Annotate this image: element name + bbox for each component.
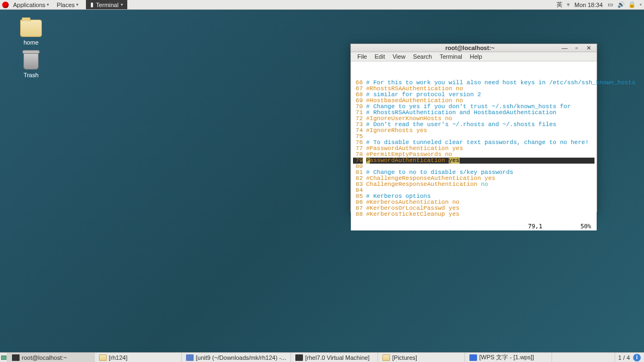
wps-icon: [469, 354, 477, 361]
icon-label: Trash: [12, 72, 50, 78]
term-icon: [12, 354, 20, 361]
taskbar-task[interactable]: [Pictures]: [378, 353, 465, 362]
terminal-window: root@localhost:~ — ▫ ✕ FileEditViewSearc…: [350, 43, 597, 212]
task-label: [rh124]: [109, 354, 127, 361]
menu-view[interactable]: View: [389, 52, 409, 61]
taskbar-task[interactable]: root@localhost:~: [8, 353, 95, 362]
terminal-line: 88#KerberosTicketCleanup yes: [353, 211, 595, 217]
terminal-menubar: FileEditViewSearchTerminalHelp: [351, 52, 597, 61]
window-titlebar[interactable]: root@localhost:~ — ▫ ✕: [351, 44, 597, 52]
trash-icon[interactable]: Trash: [12, 52, 50, 78]
terminal-line: 74#IgnoreRhosts yes: [353, 128, 595, 134]
icon-label: home: [12, 39, 50, 46]
menu-file[interactable]: File: [354, 52, 370, 61]
menu-search[interactable]: Search: [410, 52, 435, 61]
menu-terminal[interactable]: Terminal: [436, 52, 466, 61]
doc-icon: [186, 354, 194, 361]
places-menu[interactable]: Places▾: [53, 1, 82, 9]
maximize-button[interactable]: ▫: [573, 44, 580, 52]
term-icon: [295, 354, 303, 361]
taskbar-task[interactable]: [unit9 (~/Downloads/mk/rh124) -...: [182, 353, 291, 362]
folder-icon: [20, 20, 42, 37]
task-label: [WPS 文字 - [1.wps]]: [479, 353, 534, 361]
task-label: root@localhost:~: [22, 354, 67, 361]
task-label: [Pictures]: [392, 354, 417, 361]
task-label: [rhel7.0 Virtual Machine]: [305, 354, 369, 361]
top-panel: Applications▾ Places▾ ▮ Terminal▾ 英 ▾ Mo…: [0, 0, 644, 10]
bottom-taskbar: root@localhost:~[rh124][unit9 (~/Downloa…: [0, 352, 644, 362]
distro-logo-icon: [2, 2, 9, 8]
minimize-button[interactable]: —: [561, 44, 568, 52]
terminal-line: 83ChallengeResponseAuthentication no: [353, 182, 595, 188]
task-label: [unit9 (~/Downloads/mk/rh124) -...: [196, 354, 286, 361]
lock-icon[interactable]: 🔒: [629, 2, 635, 8]
folder-icon: [99, 354, 107, 361]
active-app-menu[interactable]: ▮ Terminal▾: [86, 0, 127, 9]
applications-menu[interactable]: Applications▾: [10, 1, 52, 9]
vim-cursor-pos: 79,1: [528, 223, 543, 229]
home-folder-icon[interactable]: home: [12, 20, 50, 46]
vim-scroll-pct: 50%: [580, 223, 591, 229]
clock[interactable]: Mon 18:34: [574, 2, 603, 8]
volume-icon[interactable]: 🔊: [618, 2, 624, 8]
close-button[interactable]: ✕: [585, 44, 592, 52]
taskbar-task[interactable]: [rhel7.0 Virtual Machine]: [291, 353, 378, 362]
taskbar-task[interactable]: [rh124]: [95, 353, 182, 362]
terminal-line: 79PasswordAuthentication yes: [353, 158, 595, 164]
display-icon[interactable]: ▭: [607, 2, 614, 8]
desktop-area[interactable]: home Trash root@localhost:~ — ▫ ✕ FileEd…: [0, 10, 644, 352]
terminal-icon: ▮: [90, 1, 94, 8]
menu-edit[interactable]: Edit: [371, 52, 388, 61]
show-desktop-icon[interactable]: [1, 355, 7, 360]
info-icon[interactable]: i: [633, 354, 641, 361]
taskbar-task[interactable]: [WPS 文字 - [1.wps]]: [465, 353, 552, 362]
terminal-content[interactable]: 66# For this to work you will also need …: [351, 61, 597, 230]
trashcan-icon: [23, 52, 39, 70]
workspace-indicator[interactable]: 1 / 4: [618, 354, 630, 361]
folder-icon: [382, 354, 390, 361]
window-title: root@localhost:~: [383, 45, 556, 51]
menu-help[interactable]: Help: [467, 52, 486, 61]
ime-indicator[interactable]: 英: [556, 1, 562, 9]
